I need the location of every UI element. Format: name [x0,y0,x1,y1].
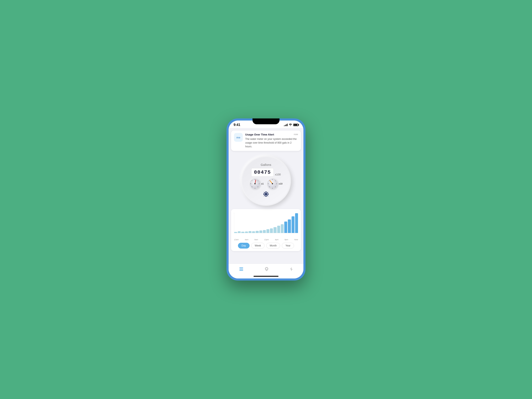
signal-bar-3 [286,124,287,126]
chart-bar-15 [288,219,291,233]
chart-bar-17 [295,213,298,233]
sub-dial-group-1: 0 1 2 3 4 5 6 7 [250,178,264,189]
phone-frame: 9:41 [227,119,305,280]
alert-app-icon: me [234,133,243,142]
chart-bar-6 [256,231,259,233]
chart-bar-11 [273,227,276,233]
filter-year-button[interactable]: Year [282,243,294,248]
chart-section: 12am4am8am12pm4pm8pmNow Day Week Month Y… [231,209,301,251]
signal-bar-2 [285,125,285,126]
nav-item-list[interactable] [235,266,247,274]
chart-bar-5 [252,231,255,233]
chart-x-label-2: 8am [254,239,258,241]
svg-point-0 [290,125,291,126]
chart-bar-7 [259,230,262,233]
svg-point-22 [272,183,273,184]
wifi-icon [289,123,292,127]
battery-fill [294,124,297,126]
list-icon [239,267,244,273]
alert-title: Usage Over Time Alert [245,133,274,137]
location-icon [264,267,269,273]
signal-bar-1 [284,126,285,126]
sub-dial-2-label: x10 [279,183,282,185]
status-time: 9:41 [234,123,240,127]
chart-bar-4 [248,231,252,233]
alert-text-area: Usage Over Time Alert now The water mete… [245,133,298,148]
meter-sub-dials: 0 1 2 3 4 5 6 7 [250,178,283,189]
chart-x-label-1: 4am [245,239,248,241]
home-indicator [228,274,304,279]
time-filter[interactable]: Day Week Month Year [234,243,298,248]
alert-header: Usage Over Time Alert now [245,133,298,137]
meter-section: Gallons 00475 x100 [228,152,304,207]
chart-bars [234,212,298,233]
meter-circle: Gallons 00475 x100 [241,156,291,206]
chart-bar-0 [234,232,237,233]
alert-body: The water meter on your system exceeded … [245,137,298,148]
chart-bar-8 [263,230,266,233]
meter-multiplier: x100 [275,173,281,177]
chart-area [234,212,298,237]
chart-x-label-4: 4pm [275,239,279,241]
chart-x-label-0: 12am [234,239,239,241]
chart-x-label-6: Now [294,239,298,241]
chart-bar-10 [270,228,273,233]
nav-item-location[interactable] [261,266,272,274]
sub-dial-2: 0 1 2 3 4 5 6 7 [267,178,278,189]
filter-month-button[interactable]: Month [266,243,280,248]
filter-day-button[interactable]: Day [238,243,249,248]
chart-bar-3 [245,232,248,233]
status-icons [284,123,298,127]
meter-display-row: 00475 x100 [251,168,281,177]
svg-rect-35 [239,267,243,268]
nav-item-bolt[interactable] [286,266,297,274]
filter-week-button[interactable]: Week [251,243,265,248]
chart-bar-14 [284,222,287,233]
signal-bar-4 [287,124,288,126]
phone-screen: 9:41 [228,120,304,279]
chart-x-label-3: 12pm [264,239,269,241]
home-bar [253,276,279,277]
chart-bar-16 [291,216,294,233]
chart-bar-2 [241,232,244,233]
bolt-icon [290,267,293,273]
snowflake-icon [263,191,269,198]
chart-x-label-5: 8pm [285,239,288,241]
alert-banner: me Usage Over Time Alert now The water m… [231,131,301,151]
sub-dial-1: 0 1 2 3 4 5 6 7 [250,178,260,189]
notch [253,119,279,124]
alert-time: now [294,133,298,135]
chart-bar-9 [266,229,269,233]
battery-icon [293,124,298,126]
sub-dial-1-label: x1 [261,183,264,185]
svg-rect-36 [239,269,243,270]
svg-point-38 [266,268,267,270]
chart-bar-12 [277,226,280,233]
screen-content[interactable]: me Usage Over Time Alert now The water m… [228,128,304,264]
svg-point-11 [254,183,256,184]
svg-rect-37 [239,270,243,271]
chart-bar-1 [238,231,241,233]
chart-x-labels: 12am4am8am12pm4pm8pmNow [234,239,298,241]
meter-label: Gallons [261,163,271,166]
signal-icon [284,124,288,126]
sub-dial-group-2: 0 1 2 3 4 5 6 7 [267,178,282,189]
bottom-nav [228,264,304,274]
meter-display: 00475 [251,168,274,177]
chart-bar-13 [281,224,284,233]
meter-digit: 00475 [254,170,271,175]
